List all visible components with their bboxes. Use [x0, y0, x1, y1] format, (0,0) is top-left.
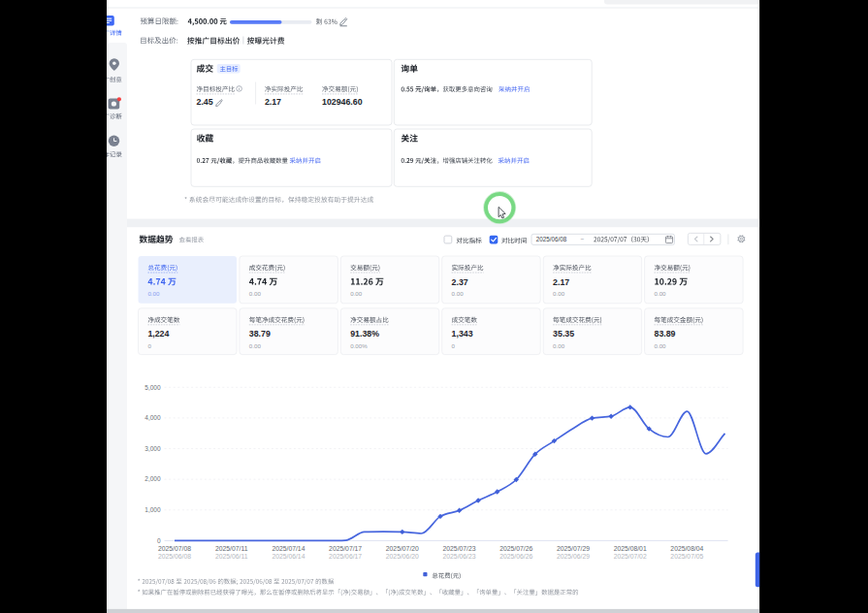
svg-text:2025/08/01: 2025/08/01: [614, 545, 647, 552]
svg-text:91.38%: 91.38%: [350, 329, 379, 339]
svg-text:2025/07/29: 2025/07/29: [557, 545, 590, 552]
svg-text:0.00: 0.00: [655, 342, 667, 349]
svg-text:~: ~: [581, 236, 585, 242]
svg-text:2025/06/17: 2025/06/17: [329, 553, 362, 560]
svg-text:2025/07/02: 2025/07/02: [614, 553, 647, 560]
svg-text:4,000: 4,000: [145, 414, 161, 421]
svg-text:2025/06/26: 2025/06/26: [499, 553, 532, 560]
svg-text:2025/07/17: 2025/07/17: [329, 545, 362, 552]
svg-text:0: 0: [157, 537, 161, 544]
svg-text:2.37: 2.37: [452, 277, 468, 287]
svg-text:0.00: 0.00: [655, 290, 667, 297]
svg-text:38.79: 38.79: [249, 329, 271, 339]
svg-text:0.00: 0.00: [553, 342, 565, 349]
svg-text:3,000: 3,000: [145, 445, 161, 452]
svg-text:2.17: 2.17: [265, 97, 281, 107]
svg-text:83.89: 83.89: [655, 329, 676, 339]
svg-text:0.00: 0.00: [350, 290, 363, 297]
svg-text:0.00: 0.00: [553, 290, 565, 297]
svg-text:1,000: 1,000: [145, 506, 161, 513]
svg-text:0.00: 0.00: [452, 290, 465, 297]
svg-text:0.00: 0.00: [249, 342, 262, 349]
svg-text:2025/07/20: 2025/07/20: [386, 545, 419, 552]
svg-text:102946.60: 102946.60: [322, 97, 363, 107]
svg-text:2025/07/14: 2025/07/14: [272, 545, 305, 552]
svg-text:5,000: 5,000: [145, 384, 161, 391]
svg-text:2.45: 2.45: [197, 97, 213, 107]
svg-text:2025/06/29: 2025/06/29: [557, 553, 590, 560]
svg-text:0: 0: [452, 342, 456, 349]
svg-text:2025/06/08: 2025/06/08: [158, 553, 191, 560]
svg-text:2025/06/11: 2025/06/11: [215, 553, 248, 560]
svg-text:2025/06/08: 2025/06/08: [536, 236, 567, 242]
svg-text:1,343: 1,343: [452, 329, 473, 339]
svg-text:2025/07/11: 2025/07/11: [215, 545, 248, 552]
svg-text:2025/07/05: 2025/07/05: [670, 553, 703, 560]
svg-text:2025/07/23: 2025/07/23: [443, 545, 476, 552]
svg-text:35.35: 35.35: [553, 329, 574, 339]
svg-text:0.00: 0.00: [249, 290, 262, 297]
svg-text:0: 0: [147, 342, 151, 349]
svg-text:2.17: 2.17: [553, 277, 569, 287]
svg-text:2025/07/08: 2025/07/08: [158, 545, 191, 552]
svg-text:2025/06/23: 2025/06/23: [443, 553, 476, 560]
svg-text:2025/06/20: 2025/06/20: [386, 553, 419, 560]
svg-text:2025/06/14: 2025/06/14: [272, 553, 305, 560]
svg-text:0.00%: 0.00%: [350, 342, 368, 349]
svg-text:2,000: 2,000: [145, 475, 161, 482]
svg-text:2025/07/26: 2025/07/26: [499, 545, 532, 552]
svg-text:2025/08/04: 2025/08/04: [670, 545, 703, 552]
svg-text:1,224: 1,224: [147, 329, 169, 339]
svg-text:0.00: 0.00: [147, 290, 160, 297]
